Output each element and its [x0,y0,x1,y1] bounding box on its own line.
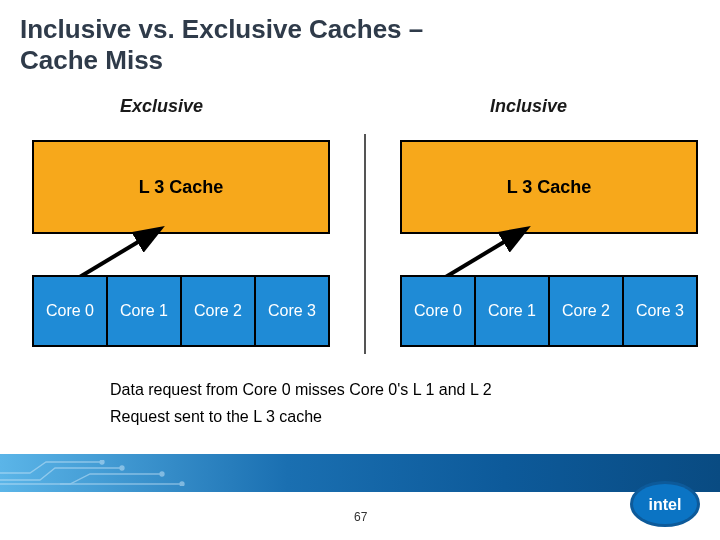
core-right-3: Core 3 [624,275,698,347]
circuit-trace-decoration [0,460,280,486]
l3-cache-label-left: L 3 Cache [139,177,224,198]
cores-row-right: Core 0 Core 1 Core 2 Core 3 [400,275,698,347]
bullet-list: Data request from Core 0 misses Core 0's… [110,376,492,430]
bullet-2: Request sent to the L 3 cache [110,403,492,430]
svg-point-2 [120,466,124,470]
core-left-1: Core 1 [108,275,182,347]
svg-point-5 [180,482,184,486]
footer-band [0,454,720,492]
core-right-1: Core 1 [476,275,550,347]
cores-row-left: Core 0 Core 1 Core 2 Core 3 [32,275,330,347]
vertical-divider [364,134,366,354]
left-heading: Exclusive [120,96,203,117]
core-left-0: Core 0 [32,275,108,347]
title-line-1: Inclusive vs. Exclusive Caches – [20,14,423,44]
core-left-3: Core 3 [256,275,330,347]
intel-logo: intel [630,478,700,528]
core-right-0: Core 0 [400,275,476,347]
l3-cache-box-left: L 3 Cache [32,140,330,234]
core-right-2: Core 2 [550,275,624,347]
logo-text: intel [649,496,682,513]
right-heading: Inclusive [490,96,567,117]
l3-cache-label-right: L 3 Cache [507,177,592,198]
title-line-2: Cache Miss [20,45,163,75]
page-number: 67 [354,510,367,524]
svg-point-4 [160,472,164,476]
l3-cache-box-right: L 3 Cache [400,140,698,234]
bullet-1: Data request from Core 0 misses Core 0's… [110,376,492,403]
core-left-2: Core 2 [182,275,256,347]
svg-point-3 [100,460,104,464]
slide-title: Inclusive vs. Exclusive Caches – Cache M… [20,14,423,76]
